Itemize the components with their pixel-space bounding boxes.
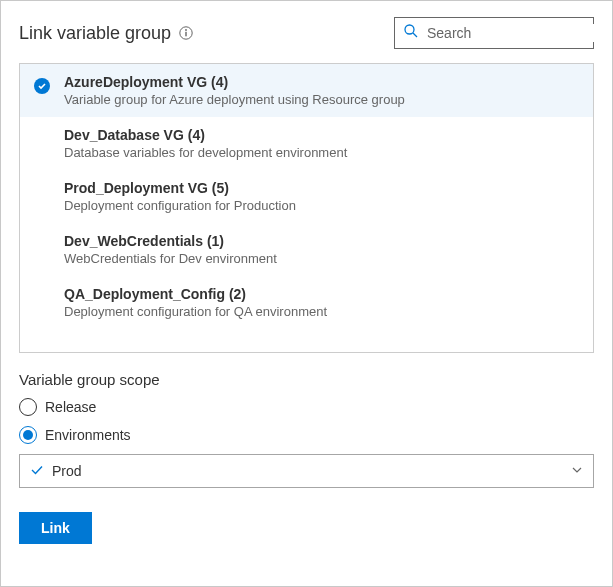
radio-label: Environments — [45, 427, 131, 443]
link-button[interactable]: Link — [19, 512, 92, 544]
info-icon[interactable] — [179, 26, 193, 40]
variable-group-title: QA_Deployment_Config (2) — [64, 286, 581, 302]
search-icon — [403, 23, 419, 43]
svg-point-3 — [405, 25, 414, 34]
panel-header: Link variable group — [19, 17, 594, 49]
variable-group-title: Dev_Database VG (4) — [64, 127, 581, 143]
search-box[interactable] — [394, 17, 594, 49]
variable-group-desc: WebCredentials for Dev environment — [64, 251, 581, 266]
variable-group-item[interactable]: AzureDeployment VG (4) Variable group fo… — [20, 64, 593, 117]
svg-rect-2 — [185, 32, 186, 37]
variable-group-title: Prod_Deployment VG (5) — [64, 180, 581, 196]
variable-group-desc: Database variables for development envir… — [64, 145, 581, 160]
variable-group-title: Dev_WebCredentials (1) — [64, 233, 581, 249]
scope-heading: Variable group scope — [19, 371, 594, 388]
variable-group-list[interactable]: AzureDeployment VG (4) Variable group fo… — [19, 63, 594, 353]
variable-group-title: AzureDeployment VG (4) — [64, 74, 581, 90]
variable-group-desc: Deployment configuration for QA environm… — [64, 304, 581, 319]
variable-group-item[interactable]: Dev_WebCredentials (1) WebCredentials fo… — [20, 223, 593, 276]
svg-point-1 — [185, 29, 187, 31]
variable-group-desc: Deployment configuration for Production — [64, 198, 581, 213]
radio-icon — [19, 398, 37, 416]
svg-line-4 — [413, 33, 417, 37]
variable-group-item[interactable]: Dev_Database VG (4) Database variables f… — [20, 117, 593, 170]
scope-radio-release[interactable]: Release — [19, 398, 594, 416]
environment-select-value-wrap: Prod — [30, 463, 82, 480]
panel-title: Link variable group — [19, 23, 171, 44]
checkmark-icon — [30, 463, 44, 480]
variable-group-item[interactable]: QA_Deployment_Config (2) Deployment conf… — [20, 276, 593, 329]
environment-select[interactable]: Prod — [19, 454, 594, 488]
radio-label: Release — [45, 399, 96, 415]
title-wrap: Link variable group — [19, 23, 193, 44]
environment-select-value: Prod — [52, 463, 82, 479]
check-icon — [34, 78, 50, 94]
scope-radio-environments[interactable]: Environments — [19, 426, 594, 444]
chevron-down-icon — [571, 462, 583, 480]
radio-icon — [19, 426, 37, 444]
search-input[interactable] — [425, 24, 604, 42]
variable-group-item[interactable]: Prod_Deployment VG (5) Deployment config… — [20, 170, 593, 223]
link-variable-group-panel: Link variable group AzureDeployment VG (… — [0, 0, 613, 587]
variable-group-desc: Variable group for Azure deployment usin… — [64, 92, 581, 107]
